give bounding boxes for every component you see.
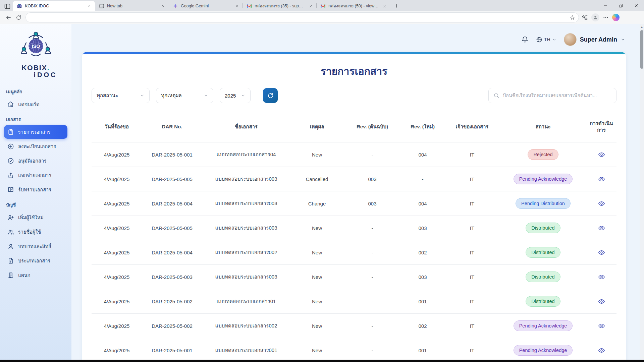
view-document-button[interactable] — [598, 298, 605, 305]
status-filter-select[interactable]: ทุกสถานะ — [92, 88, 150, 103]
cell-dar-no: DAR-2025-05-004 — [142, 201, 202, 206]
cell-action — [586, 249, 616, 256]
refresh-button[interactable] — [263, 88, 278, 103]
sidebar-item[interactable]: ลงทะเบียนเอกสาร — [4, 139, 67, 153]
documents-table: วันที่ร้องขอDAR No.ชื่อเอกสารเหตุผลRev. … — [92, 111, 616, 362]
scrollbar-up-arrow[interactable]: ▲ — [640, 25, 644, 28]
reason-filter-select[interactable]: ทุกเหตุผล — [156, 88, 213, 103]
window-restore-button[interactable] — [613, 0, 629, 11]
reload-button[interactable] — [13, 12, 23, 22]
browser-menu-icon[interactable] — [603, 14, 609, 20]
table-row: 4/Aug/2025DAR-2025-05-005แบบทดสอบระบบเอก… — [92, 216, 616, 240]
tab-close-icon[interactable] — [308, 3, 314, 9]
reason-filter-value: ทุกเหตุผล — [161, 92, 182, 100]
tab-close-icon[interactable] — [160, 3, 166, 9]
sidebar-section-label: บัญชี — [6, 201, 65, 208]
bookmark-star-icon[interactable] — [570, 15, 575, 20]
cell-date: 4/Aug/2025 — [92, 323, 142, 329]
eye-icon — [598, 151, 605, 158]
cell-status: Pending Acknowledge — [500, 320, 586, 331]
cell-date: 4/Aug/2025 — [92, 201, 142, 206]
table-row: 4/Aug/2025DAR-2025-05-001แบบทดสอบระบบเอก… — [92, 142, 616, 167]
language-selector[interactable]: TH — [536, 37, 556, 43]
new-tab-button[interactable] — [392, 1, 401, 10]
sidebar-item[interactable]: เพิ่มผู้ใช้ใหม่ — [4, 210, 67, 224]
sidebar-item[interactable]: รายชื่อผู้ใช้ — [4, 225, 67, 239]
cell-reason: New — [290, 274, 344, 280]
year-filter-select[interactable]: 2025 — [220, 88, 251, 103]
year-filter-value: 2025 — [225, 93, 236, 99]
search-input[interactable] — [503, 93, 611, 98]
sidebar-item-label: ประเภทเอกสาร — [18, 257, 50, 264]
favorites-hub-icon[interactable] — [582, 14, 588, 21]
eye-icon — [598, 274, 605, 281]
cell-status: Pending Acknowledge — [500, 174, 586, 184]
topbar: TH Super Admin — [82, 30, 625, 49]
browser-tab[interactable]: KOBIX iDOC — [13, 1, 95, 11]
sidebar-item-label: บทบาทและสิทธิ์ — [18, 242, 51, 250]
browser-tab[interactable]: กล่องจดหมาย (50) - viewsuphawita — [316, 1, 390, 11]
globe-icon — [536, 37, 542, 43]
search-icon — [493, 93, 499, 99]
cell-rev-new: 003 — [401, 225, 444, 231]
sidebar-item[interactable]: รายการเอกสาร — [4, 125, 67, 139]
cell-status: Distributed — [500, 272, 586, 282]
sidebar-item[interactable]: แผนก — [4, 268, 67, 282]
browser-profile-icon[interactable] — [591, 13, 599, 21]
page-scrollbar[interactable]: ▲ — [640, 24, 644, 362]
cell-doc-name: แบบทดสอบระบบเอกสาร001 — [202, 346, 290, 354]
cell-date: 4/Aug/2025 — [92, 250, 142, 255]
tab-hub-icon[interactable] — [4, 3, 11, 10]
view-document-button[interactable] — [598, 200, 605, 207]
address-input[interactable] — [29, 15, 570, 20]
window-minimize-button[interactable] — [598, 0, 613, 11]
back-button[interactable] — [3, 12, 13, 22]
cell-reason: Cancelled — [290, 176, 344, 182]
view-document-button[interactable] — [598, 347, 605, 354]
notification-bell-icon[interactable] — [521, 36, 529, 43]
browser-tab[interactable]: Google Gemini — [169, 1, 243, 11]
cell-status: Pending Distribution — [500, 198, 586, 209]
cell-date: 4/Aug/2025 — [92, 274, 142, 280]
cell-dar-no: DAR-2025-05-002 — [142, 299, 202, 304]
cell-owner: IT — [444, 274, 500, 280]
browser-tab[interactable]: New tab — [95, 1, 169, 11]
sidebar-item[interactable]: แจกจ่ายเอกสาร — [4, 168, 67, 182]
search-box[interactable] — [488, 88, 616, 103]
window-close-button[interactable] — [629, 0, 644, 11]
sidebar-item[interactable]: รับทราบเอกสาร — [4, 183, 67, 196]
browser-tab[interactable]: กล่องจดหมาย (35) - suphawita.view — [243, 1, 316, 11]
eye-icon — [598, 322, 605, 329]
view-document-button[interactable] — [598, 151, 605, 158]
address-bar[interactable] — [25, 12, 579, 22]
cell-owner: IT — [444, 176, 500, 182]
eye-icon — [598, 298, 605, 305]
view-document-button[interactable] — [598, 225, 605, 232]
view-document-button[interactable] — [598, 176, 605, 183]
user-menu[interactable]: Super Admin — [564, 33, 625, 46]
view-document-button[interactable] — [598, 249, 605, 256]
brand-product: iDOC — [4, 71, 67, 78]
sidebar-item[interactable]: แดชบอร์ด — [4, 97, 67, 111]
sidebar-item[interactable]: บทบาทและสิทธิ์ — [4, 239, 67, 253]
cell-rev-original: - — [344, 250, 401, 255]
view-document-button[interactable] — [598, 274, 605, 281]
language-label: TH — [544, 37, 550, 42]
gemini-icon — [173, 3, 178, 9]
sidebar-item[interactable]: ประเภทเอกสาร — [4, 254, 67, 267]
cell-owner: IT — [444, 201, 500, 206]
tab-close-icon[interactable] — [234, 3, 240, 9]
scrollbar-thumb[interactable] — [640, 30, 643, 69]
tab-close-icon[interactable] — [87, 3, 92, 9]
cell-doc-name: แบบทดสอบระบบเอกสาร003 — [202, 199, 290, 207]
card-accent-bar — [82, 52, 626, 54]
cell-reason: New — [290, 152, 344, 158]
copilot-icon[interactable] — [612, 14, 620, 21]
tab-close-icon[interactable] — [382, 3, 387, 9]
cell-status: Distributed — [500, 247, 586, 258]
view-document-button[interactable] — [598, 322, 605, 329]
bottom-edge-bar — [0, 360, 644, 362]
table-header-cell: การดำเนินการ — [586, 120, 616, 134]
table-row: 4/Aug/2025DAR-2025-05-001แบบทดสอบระบบเอก… — [92, 338, 616, 362]
sidebar-item[interactable]: อนุมัติเอกสาร — [4, 154, 67, 168]
